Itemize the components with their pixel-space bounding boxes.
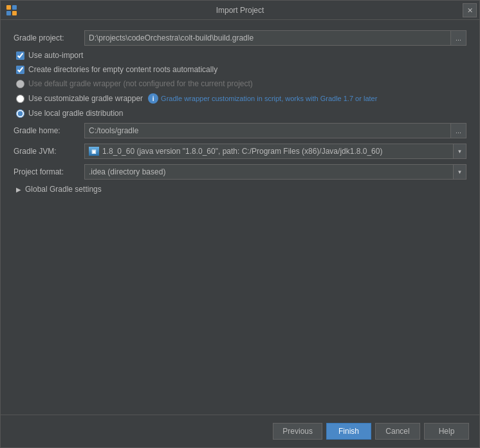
expand-arrow-icon: ▶ [16, 186, 23, 192]
cancel-button[interactable]: Cancel [375, 423, 420, 440]
project-format-select-wrapper: .idea (directory based) [84, 164, 466, 180]
local-distribution-radio[interactable] [16, 109, 24, 118]
create-dirs-label: Create directories for empty content roo… [28, 65, 217, 74]
finish-label: Finish [338, 427, 359, 436]
previous-button[interactable]: Previous [273, 423, 322, 440]
dialog-content: Gradle project: ... Use auto-import Crea… [1, 20, 479, 415]
gradle-jvm-display: ▣ 1.8_0_60 (java version "1.8.0_60", pat… [84, 144, 454, 159]
create-dirs-checkbox[interactable] [16, 66, 24, 74]
app-logo [6, 5, 17, 16]
gradle-home-row: Gradle home: ... [14, 123, 466, 138]
gradle-project-row: Gradle project: ... [14, 30, 466, 46]
project-format-row: Project format: .idea (directory based) [14, 164, 466, 180]
customizable-wrapper-label: Use customizable gradle wrapper [28, 94, 143, 103]
auto-import-label: Use auto-import [28, 51, 83, 60]
project-format-value: .idea (directory based) [89, 167, 165, 176]
help-button[interactable]: Help [424, 423, 469, 440]
project-format-label: Project format: [14, 167, 84, 176]
svg-rect-0 [6, 5, 11, 10]
close-button[interactable]: ✕ [463, 3, 477, 17]
default-wrapper-row: Use default gradle wrapper (not configur… [14, 79, 466, 88]
import-project-dialog: Import Project ✕ Gradle project: ... Use… [0, 0, 480, 448]
gradle-project-input[interactable] [84, 30, 451, 46]
global-gradle-settings-label: Global Gradle settings [25, 185, 102, 194]
title-bar: Import Project ✕ [1, 1, 479, 20]
gradle-home-browse-button[interactable]: ... [451, 123, 466, 138]
project-format-dropdown-button[interactable] [454, 164, 466, 180]
local-distribution-row: Use local gradle distribution [14, 109, 466, 118]
customizable-wrapper-radio[interactable] [16, 95, 24, 103]
svg-rect-2 [6, 11, 11, 15]
gradle-jvm-dropdown-button[interactable] [454, 144, 466, 159]
auto-import-checkbox[interactable] [16, 51, 24, 60]
gradle-jvm-value: 1.8_0_60 (java version "1.8.0_60", path:… [102, 147, 382, 156]
jvm-icon: ▣ [89, 147, 99, 156]
default-wrapper-label: Use default gradle wrapper (not configur… [28, 79, 253, 88]
global-gradle-settings-row[interactable]: ▶ Global Gradle settings [14, 185, 466, 194]
info-icon: i [148, 93, 158, 104]
gradle-home-label: Gradle home: [14, 126, 84, 135]
dialog-footer: Previous Finish Cancel Help [1, 415, 479, 447]
local-distribution-label: Use local gradle distribution [28, 109, 123, 118]
dialog-title: Import Project [216, 6, 264, 15]
customizable-wrapper-row: Use customizable gradle wrapper i Gradle… [14, 93, 466, 104]
cancel-label: Cancel [385, 427, 409, 436]
svg-rect-1 [12, 5, 17, 10]
help-label: Help [439, 427, 455, 436]
create-dirs-row: Create directories for empty content roo… [14, 65, 466, 74]
gradle-jvm-label: Gradle JVM: [14, 147, 84, 156]
previous-label: Previous [282, 427, 313, 436]
gradle-project-browse-button[interactable]: ... [451, 30, 466, 46]
project-format-display: .idea (directory based) [84, 164, 454, 180]
gradle-project-label: Gradle project: [14, 33, 84, 42]
auto-import-row: Use auto-import [14, 51, 466, 60]
wrapper-info-text: Gradle wrapper customization in script, … [161, 95, 377, 102]
gradle-jvm-row: Gradle JVM: ▣ 1.8_0_60 (java version "1.… [14, 144, 466, 159]
svg-rect-3 [12, 11, 17, 15]
default-wrapper-radio[interactable] [16, 80, 24, 88]
finish-button[interactable]: Finish [326, 423, 371, 440]
gradle-home-input[interactable] [84, 123, 451, 138]
